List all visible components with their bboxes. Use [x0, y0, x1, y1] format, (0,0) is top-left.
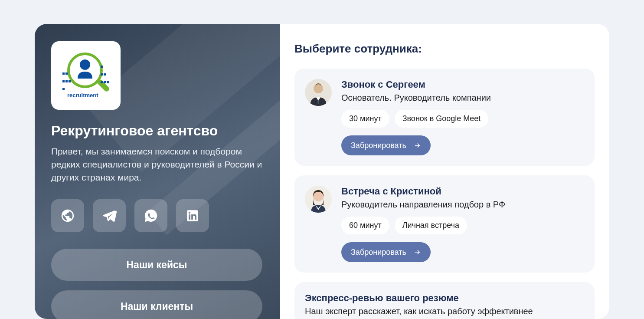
express-title: Экспресс-ревью вашего резюме — [305, 293, 584, 304]
select-employee-title: Выберите сотрудника: — [294, 42, 595, 56]
whatsapp-icon[interactable] — [134, 199, 167, 232]
arrow-right-icon — [413, 141, 421, 149]
employee-subtitle: Основатель. Руководитель компании — [341, 93, 584, 103]
telegram-icon[interactable] — [93, 199, 126, 232]
meeting-type-pill: Личная встреча — [395, 217, 467, 234]
employee-subtitle: Руководитель направления подбор в РФ — [341, 200, 584, 210]
duration-pill: 60 минут — [341, 217, 389, 234]
avatar — [305, 79, 332, 106]
main-container: recruitment Рекрутинговое агентсво Приве… — [35, 24, 609, 319]
express-card: Экспресс-ревью вашего резюме Наш эксперт… — [294, 282, 595, 319]
globe-icon[interactable] — [51, 199, 84, 232]
social-links — [51, 199, 262, 232]
right-panel: Выберите сотрудника: Звонок с Сергеем Ос… — [280, 24, 609, 319]
employee-card: Звонок с Сергеем Основатель. Руководител… — [294, 69, 595, 166]
agency-title: Рекрутинговое агентсво — [51, 123, 262, 139]
book-label: Забронировать — [351, 248, 406, 257]
logo-text: recruitment — [67, 92, 98, 99]
avatar — [305, 186, 332, 213]
employee-cards: Звонок с Сергеем Основатель. Руководител… — [294, 69, 595, 319]
link-buttons: Наши кейсы Наши клиенты — [51, 249, 262, 319]
employee-card: Встреча с Кристиной Руководитель направл… — [294, 175, 595, 273]
arrow-right-icon — [413, 248, 421, 256]
express-subtitle: Наш эксперт расскажет, как искать работу… — [305, 306, 584, 316]
book-label: Забронировать — [351, 141, 406, 150]
svg-point-0 — [80, 59, 90, 70]
employee-title: Звонок с Сергеем — [341, 79, 584, 90]
clients-button[interactable]: Наши клиенты — [51, 290, 262, 319]
duration-pill: 30 минут — [341, 110, 389, 128]
logo: recruitment — [51, 41, 121, 110]
linkedin-icon[interactable] — [176, 199, 209, 232]
book-button[interactable]: Забронировать — [341, 242, 431, 262]
left-panel: recruitment Рекрутинговое агентсво Приве… — [35, 24, 280, 319]
svg-point-2 — [314, 84, 323, 93]
cases-button[interactable]: Наши кейсы — [51, 249, 262, 281]
book-button[interactable]: Забронировать — [341, 135, 431, 155]
meeting-type-pill: Звонок в Google Meet — [395, 110, 489, 128]
employee-title: Встреча с Кристиной — [341, 186, 584, 197]
agency-description: Привет, мы занимаемся поиском и подбором… — [51, 145, 262, 184]
person-icon — [74, 58, 96, 79]
